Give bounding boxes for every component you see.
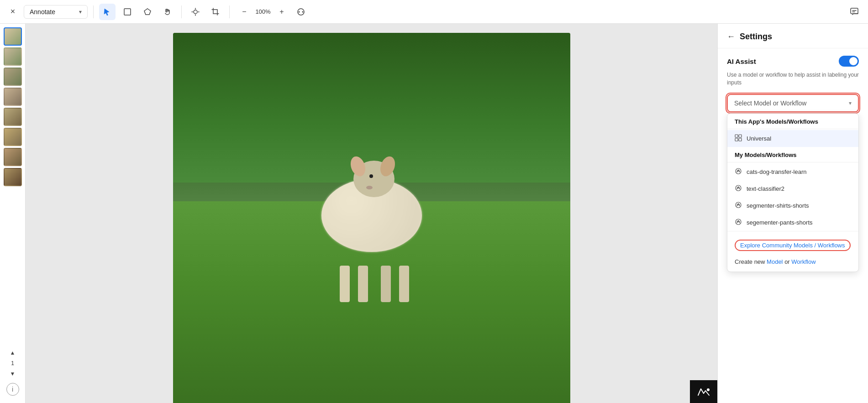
canvas-area[interactable] <box>26 24 717 403</box>
main-content: ▲ 1 ▼ i <box>0 24 868 403</box>
toolbar-separator-2 <box>181 5 182 18</box>
dropdown-item-seg-pants[interactable]: segementer-pants-shorts <box>727 214 858 231</box>
box-icon <box>123 8 132 16</box>
toolbar-right <box>846 4 863 20</box>
explore-oval: Explore Community Models / Workflows <box>735 240 851 251</box>
svg-rect-14 <box>739 135 742 137</box>
watermark <box>690 380 717 403</box>
ai-assist-toggle[interactable] <box>839 56 859 67</box>
explore-community-link[interactable]: Explore Community Models / Workflows <box>735 237 851 254</box>
dropdown-scroll-area[interactable]: This App's Models/Workflows <box>727 114 858 231</box>
zoom-controls: − 100% + <box>237 5 289 19</box>
svg-rect-0 <box>124 9 131 15</box>
thumbnail-6[interactable] <box>4 128 22 146</box>
ai-assist-label: AI Assist <box>727 58 756 65</box>
thumbnail-4[interactable] <box>4 88 22 106</box>
adjust-icon <box>191 8 200 16</box>
svg-point-7 <box>302 11 304 12</box>
annotate-label: Annotate <box>30 8 55 16</box>
svg-point-1 <box>194 10 197 14</box>
svg-rect-13 <box>735 135 738 137</box>
annotate-chevron: ▾ <box>79 9 82 15</box>
svg-point-12 <box>707 388 710 391</box>
svg-point-17 <box>736 168 741 174</box>
settings-panel: ← Settings AI Assist Use a model or work… <box>717 24 868 403</box>
seg-shirts-label: segmenter-shirts-shorts <box>747 202 809 209</box>
thumbnail-3[interactable] <box>4 68 22 86</box>
thumbnail-1[interactable] <box>4 27 22 46</box>
svg-rect-15 <box>735 138 738 141</box>
zoom-out-button[interactable]: − <box>237 5 252 19</box>
box-tool[interactable] <box>119 4 136 20</box>
zoom-in-button[interactable]: + <box>274 5 289 19</box>
universal-model-icon <box>735 134 742 141</box>
svg-point-19 <box>736 202 741 208</box>
svg-point-20 <box>736 219 741 225</box>
dropdown-item-text-cls[interactable]: text-classifier2 <box>727 180 858 197</box>
toolbar-separator-1 <box>93 5 94 18</box>
pan-tool[interactable] <box>159 4 176 20</box>
dropdown-item-universal[interactable]: Universal <box>727 130 858 147</box>
info-button[interactable]: i <box>6 383 19 396</box>
svg-rect-11 <box>695 385 712 398</box>
section-header-app: This App's Models/Workflows <box>727 114 858 128</box>
create-workflow-link[interactable]: Workflow <box>791 258 815 265</box>
thumbnail-8[interactable] <box>4 168 22 186</box>
thumbnail-sidebar: ▲ 1 ▼ i <box>0 24 26 403</box>
crop-icon <box>211 8 220 16</box>
path-icon <box>297 8 305 16</box>
divider-1 <box>727 129 858 129</box>
path-tool[interactable] <box>293 4 309 20</box>
universal-icon <box>735 134 742 143</box>
thumbnail-7[interactable] <box>4 148 22 166</box>
page-down-button[interactable]: ▼ <box>6 367 19 380</box>
universal-label: Universal <box>747 135 771 142</box>
ai-assist-row: AI Assist <box>727 56 859 67</box>
thumbnail-navigation: ▲ 1 ▼ i <box>6 346 19 399</box>
hand-icon <box>163 8 172 16</box>
create-model-link[interactable]: Model <box>767 258 783 265</box>
explore-link-wrapper: Explore Community Models / Workflows <box>735 235 851 256</box>
polygon-icon <box>143 8 152 16</box>
model-icon-3 <box>735 201 742 209</box>
text-cls-label: text-classifier2 <box>747 185 784 192</box>
model-select-placeholder: Select Model or Workflow <box>734 99 806 107</box>
dropdown-item-cats-dog[interactable]: cats-dog-transfer-learn <box>727 163 858 180</box>
model-dropdown: This App's Models/Workflows <box>727 113 859 272</box>
settings-back-button[interactable]: ← <box>727 32 735 42</box>
polygon-tool[interactable] <box>139 4 156 20</box>
adjust-tool[interactable] <box>187 4 204 20</box>
model-select-button[interactable]: Select Model or Workflow ▾ <box>727 94 859 112</box>
model-select-wrapper: Select Model or Workflow ▾ This App's Mo… <box>727 94 859 112</box>
chat-icon <box>850 7 859 16</box>
seg-pants-label: segementer-pants-shorts <box>747 219 813 226</box>
thumbnail-5[interactable] <box>4 108 22 126</box>
toolbar: × Annotate ▾ <box>0 0 868 24</box>
text-cls-icon <box>735 184 742 193</box>
svg-rect-8 <box>851 8 858 14</box>
chat-button[interactable] <box>846 4 863 20</box>
model-icon-2 <box>735 184 742 192</box>
annotate-dropdown[interactable]: Annotate ▾ <box>24 5 88 19</box>
dropdown-footer: Explore Community Models / Workflows Cre… <box>727 231 858 272</box>
model-icon-4 <box>735 218 742 225</box>
main-canvas-image <box>173 33 570 403</box>
settings-header: ← Settings <box>718 24 868 48</box>
thumbnail-2[interactable] <box>4 47 22 66</box>
toolbar-separator-3 <box>229 5 230 18</box>
svg-rect-16 <box>739 138 742 141</box>
section-header-my: My Models/Workflows <box>727 147 858 161</box>
cats-dog-icon <box>735 167 742 176</box>
select-tool[interactable] <box>99 4 116 20</box>
arrow-icon <box>103 8 111 16</box>
crop-tool[interactable] <box>207 4 224 20</box>
watermark-logo <box>695 385 712 398</box>
create-new-row: Create new Model or Workflow <box>735 256 851 268</box>
seg-pants-icon <box>735 218 742 227</box>
close-button[interactable]: × <box>5 5 20 19</box>
page-up-button[interactable]: ▲ <box>6 346 19 359</box>
settings-body: AI Assist Use a model or workflow to hel… <box>718 48 868 403</box>
model-icon-1 <box>735 167 742 175</box>
dropdown-item-seg-shirts[interactable]: segmenter-shirts-shorts <box>727 197 858 214</box>
model-select-chevron: ▾ <box>849 100 852 106</box>
